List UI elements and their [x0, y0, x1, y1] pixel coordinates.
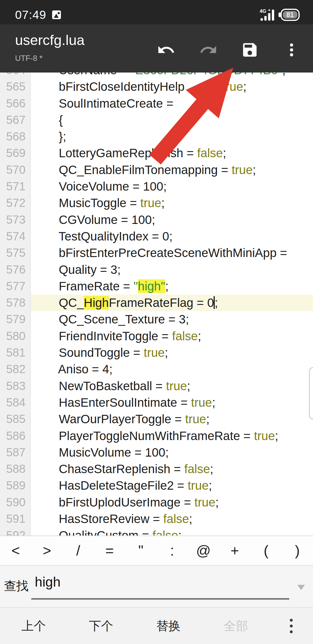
symbol-key[interactable]: ( — [250, 537, 282, 565]
line-number: 567 — [0, 112, 31, 128]
line-number: 588 — [0, 461, 31, 477]
code-line[interactable]: 567 { — [0, 112, 313, 128]
code-editor[interactable]: 564 UserName = "E360FD26F4GBDD774B0";565… — [0, 73, 313, 536]
battery-icon: 81 — [281, 9, 300, 21]
code-text: TestQualityIndex = 0; — [31, 228, 313, 245]
symbol-key[interactable]: < — [0, 537, 31, 565]
code-line[interactable]: 569 LotteryGameReplenish = false; — [0, 145, 313, 161]
code-line[interactable]: 587 MusicVolume = 100; — [0, 444, 313, 461]
code-line[interactable]: 566 SoulIntimateCreate = — [0, 95, 313, 112]
search-bar: 查找 high — [0, 565, 313, 607]
code-line[interactable]: 580 FriendInviteToggle = false; — [0, 328, 313, 344]
line-number: 591 — [0, 511, 31, 527]
line-number: 571 — [0, 178, 31, 195]
line-number: 583 — [0, 378, 31, 394]
code-line[interactable]: 570 QC_EnableFilmTonemapping = true; — [0, 162, 313, 178]
code-line[interactable]: 564 UserName = "E360FD26F4GBDD774B0"; — [0, 73, 313, 78]
code-line[interactable]: 582 Aniso = 4; — [0, 361, 313, 377]
symbol-key[interactable]: : — [156, 537, 188, 565]
code-text: SoulIntimateCreate = — [31, 95, 313, 112]
code-text: ChaseStarReplenish = false; — [31, 461, 313, 477]
symbol-key[interactable]: ) — [282, 537, 313, 565]
code-text: HasEnterSoulIntimate = true; — [31, 394, 313, 411]
code-line[interactable]: 577 FrameRate = "high"; — [0, 278, 313, 294]
code-text: LotteryGameReplenish = false; — [31, 145, 313, 161]
line-number: 584 — [0, 394, 31, 411]
line-number: 564 — [0, 73, 31, 78]
search-overflow-menu-button[interactable] — [270, 619, 313, 633]
code-line[interactable]: 579 QC_Scene_Texture = 3; — [0, 311, 313, 328]
code-line[interactable]: 575 bFirstEnterPreCreateSceneWithMiniApp… — [0, 245, 313, 261]
code-area: 564 UserName = "E360FD26F4GBDD774B0";565… — [0, 73, 313, 536]
symbol-key[interactable]: " — [125, 537, 156, 565]
previous-button[interactable]: 上个 — [0, 618, 68, 634]
replace-button[interactable]: 替换 — [135, 618, 202, 634]
code-line[interactable]: 574 TestQualityIndex = 0; — [0, 228, 313, 245]
scrollbar-thumb[interactable] — [309, 367, 313, 419]
line-number: 581 — [0, 344, 31, 361]
symbol-bar: <>/=":@+() — [0, 536, 313, 565]
symbol-key[interactable]: > — [31, 537, 63, 565]
code-line[interactable]: 584 HasEnterSoulIntimate = true; — [0, 394, 313, 411]
battery-percent: 81 — [286, 12, 294, 18]
line-number: 569 — [0, 145, 31, 161]
code-line[interactable]: 589 HasDeleteStageFile2 = true; — [0, 477, 313, 494]
redo-button[interactable] — [195, 37, 222, 63]
line-number: 589 — [0, 477, 31, 494]
line-number: 566 — [0, 95, 31, 112]
line-number: 579 — [0, 311, 31, 328]
search-input[interactable]: high — [31, 566, 289, 607]
code-line[interactable]: 573 CGVolume = 100; — [0, 211, 313, 228]
code-text: CGVolume = 100; — [31, 211, 313, 228]
code-text: QC_EnableFilmTonemapping = true; — [31, 162, 313, 178]
undo-button[interactable] — [153, 37, 179, 63]
overflow-menu-icon — [283, 41, 300, 58]
code-text: bFirstEnterPreCreateSceneWithMiniApp = — [31, 245, 313, 261]
symbol-key[interactable]: + — [219, 537, 250, 565]
code-line[interactable]: 586 PlayerToggleNumWithFrameRate = true; — [0, 428, 313, 444]
search-action-bar: 上个 下个 替换 全部 — [0, 607, 313, 644]
line-number: 587 — [0, 444, 31, 461]
code-text: FriendInviteToggle = false; — [31, 328, 313, 344]
code-text: bFirstCloseIdentityHelp = true; — [31, 78, 313, 95]
line-number: 590 — [0, 494, 31, 511]
code-line[interactable]: 588 ChaseStarReplenish = false; — [0, 461, 313, 477]
code-text: { — [31, 112, 313, 128]
code-line[interactable]: 581 SoundToggle = true; — [0, 344, 313, 361]
code-line[interactable]: 571 VoiceVolume = 100; — [0, 178, 313, 195]
overflow-menu-button[interactable] — [278, 37, 305, 63]
next-button[interactable]: 下个 — [68, 618, 135, 634]
dropdown-arrow-icon[interactable] — [297, 585, 305, 590]
code-line[interactable]: 591 HasStoreReview = false; — [0, 511, 313, 527]
code-text: }; — [31, 128, 313, 145]
code-line[interactable]: 572 MusicToggle = true; — [0, 195, 313, 211]
code-text: FrameRate = "high"; — [31, 278, 313, 294]
code-line[interactable]: 585 WarOurPlayerToggle = true; — [0, 411, 313, 427]
undo-icon — [157, 41, 175, 59]
code-line[interactable]: 578 QC_HighFrameRateFlag = 0; — [0, 294, 313, 311]
code-text: UserName = "E360FD26F4GBDD774B0"; — [31, 73, 313, 78]
save-button[interactable] — [236, 37, 263, 63]
code-line[interactable]: 568 }; — [0, 128, 313, 145]
symbol-key[interactable]: = — [94, 537, 125, 565]
status-bar: 07:49 4G 81 — [0, 0, 313, 24]
code-text: MusicToggle = true; — [31, 195, 313, 211]
code-line[interactable]: 590 bFirstUplodUserImage = true; — [0, 494, 313, 511]
code-line[interactable]: 565 bFirstCloseIdentityHelp = true; — [0, 78, 313, 95]
redo-icon — [199, 41, 218, 59]
line-number: 572 — [0, 195, 31, 211]
line-number: 580 — [0, 328, 31, 344]
replace-all-button[interactable]: 全部 — [202, 618, 270, 634]
code-line[interactable]: 583 NewToBasketball = true; — [0, 378, 313, 394]
line-number: 578 — [0, 294, 31, 311]
code-text: MusicVolume = 100; — [31, 444, 313, 461]
code-text: QC_HighFrameRateFlag = 0; — [31, 294, 313, 311]
code-line[interactable]: 576 Quality = 3; — [0, 261, 313, 278]
battery-fill: 81 — [283, 11, 297, 19]
code-text: SoundToggle = true; — [31, 344, 313, 361]
code-line[interactable]: 592 QualityCustom = false; — [0, 527, 313, 536]
symbol-key[interactable]: / — [63, 537, 94, 565]
status-icons: 4G 81 — [260, 8, 300, 21]
line-number: 586 — [0, 428, 31, 444]
symbol-key[interactable]: @ — [188, 537, 219, 565]
